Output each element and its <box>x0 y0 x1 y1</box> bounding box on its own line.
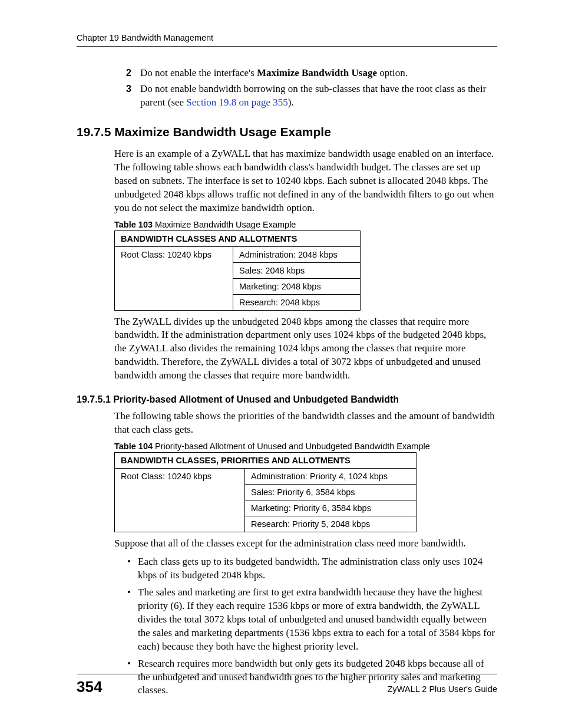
after-table-104: Suppose that all of the classes except f… <box>77 537 497 551</box>
table-cell: Sales: 2048 kbps <box>233 262 361 278</box>
guide-title: ZyWALL 2 Plus User's Guide <box>388 684 497 694</box>
subsection-intro: The following table shows the priorities… <box>77 410 497 437</box>
table-cell: Marketing: Priority 6, 3584 kbps <box>245 500 416 516</box>
list-item: The sales and marketing are first to get… <box>138 586 497 654</box>
subsection-heading: 19.7.5.1 Priority-based Allotment of Unu… <box>77 394 497 405</box>
step-3: 3 Do not enable bandwidth borrowing on t… <box>140 83 497 110</box>
table-104: BANDWIDTH CLASSES, PRIORITIES AND ALLOTM… <box>114 452 416 532</box>
list-item: Each class gets up to its budgeted bandw… <box>138 555 497 582</box>
caption-number: Table 104 <box>114 442 153 451</box>
caption-title: Priority-based Allotment of Unused and U… <box>153 442 430 451</box>
step-number: 2 <box>126 67 131 80</box>
numbered-steps: 2 Do not enable the interface's Maximize… <box>77 67 497 110</box>
after-table-103: The ZyWALL divides up the unbudgeted 204… <box>77 315 497 383</box>
header-rule <box>77 46 497 47</box>
step-text-pre: Do not enable the interface's <box>140 67 257 78</box>
table-cell: Research: Priority 5, 2048 kbps <box>245 516 416 532</box>
table-cell: Sales: Priority 6, 3584 kbps <box>245 485 416 500</box>
caption-number: Table 103 <box>114 220 153 229</box>
root-class-cell: Root Class: 10240 kbps <box>115 469 245 532</box>
table-cell: Administration: 2048 kbps <box>233 246 361 262</box>
table-103: BANDWIDTH CLASSES AND ALLOTMENTS Root Cl… <box>114 230 361 311</box>
root-class-cell: Root Class: 10240 kbps <box>115 246 233 310</box>
table-header: BANDWIDTH CLASSES AND ALLOTMENTS <box>115 230 361 246</box>
section-heading: 19.7.5 Maximize Bandwidth Usage Example <box>77 125 497 139</box>
cross-ref-link[interactable]: Section 19.8 on page 355 <box>186 97 287 108</box>
section-intro: Here is an example of a ZyWALL that has … <box>77 147 497 215</box>
step-text-bold: Maximize Bandwidth Usage <box>257 67 377 78</box>
table-cell: Marketing: 2048 kbps <box>233 278 361 294</box>
table-header: BANDWIDTH CLASSES, PRIORITIES AND ALLOTM… <box>115 453 416 469</box>
footer-rule <box>77 674 497 674</box>
step-text-post: option. <box>377 67 408 78</box>
table-cell: Administration: Priority 4, 1024 kbps <box>245 469 416 485</box>
caption-title: Maximize Bandwidth Usage Example <box>153 220 296 229</box>
table-103-caption: Table 103 Maximize Bandwidth Usage Examp… <box>114 220 497 229</box>
page-number: 354 <box>77 678 102 696</box>
page-footer: 354 ZyWALL 2 Plus User's Guide <box>77 674 497 696</box>
step-text-post: ). <box>288 97 294 108</box>
step-2: 2 Do not enable the interface's Maximize… <box>140 67 497 80</box>
table-104-caption: Table 104 Priority-based Allotment of Un… <box>114 442 497 451</box>
step-number: 3 <box>126 83 131 95</box>
table-cell: Research: 2048 kbps <box>233 294 361 310</box>
running-header: Chapter 19 Bandwidth Management <box>77 33 497 46</box>
